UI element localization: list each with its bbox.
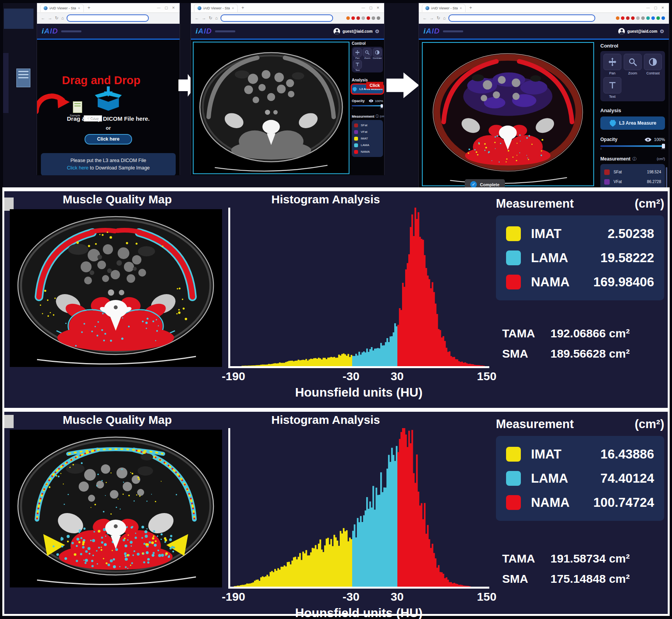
ct-viewer[interactable]	[193, 42, 349, 174]
avatar[interactable]	[333, 28, 340, 35]
nama-swatch	[506, 495, 521, 510]
forward-icon[interactable]: →	[430, 16, 434, 20]
sma-total: SMA 189.56628 cm²	[502, 347, 630, 360]
reload-icon[interactable]: ↻	[55, 16, 58, 20]
desktop-dicom-file-icon[interactable]	[16, 69, 30, 87]
account-area: guest@iaid.com ⚙	[618, 28, 664, 35]
legend-row-lama: LAMA 74.40124	[506, 466, 654, 490]
hist-title: Histogram Analysis	[217, 413, 435, 427]
tab-title: iAID Viewer - Sta	[431, 6, 458, 10]
legend-row-vfat: VFat	[354, 129, 381, 135]
legend-scrollbar[interactable]	[666, 167, 667, 188]
note-text: Please put the L3 area DICOM File	[71, 158, 146, 163]
tool-pan[interactable]: Pan	[603, 54, 621, 75]
info-icon[interactable]: ⓘ	[376, 114, 379, 118]
window-buttons[interactable]: — ▢ ✕	[362, 6, 381, 10]
back-icon[interactable]: ←	[41, 16, 45, 20]
ct-image-segmented	[423, 43, 593, 185]
vfat-swatch	[604, 179, 610, 185]
muscle-quality-map	[10, 430, 222, 587]
back-icon[interactable]: ←	[423, 16, 427, 20]
gear-icon[interactable]: ⚙	[375, 28, 379, 34]
account-email: guest@iaid.com	[627, 29, 657, 34]
url-bar[interactable]	[448, 14, 595, 22]
url-bar[interactable]	[220, 14, 333, 22]
measurement-header: Measurement (cm²)	[496, 197, 664, 211]
eye-icon	[644, 138, 652, 142]
window-buttons[interactable]: — ▢ ✕	[646, 6, 666, 10]
measurement-header: Measurement ⓘ (cm²)	[352, 114, 383, 118]
app-header: iAID	[37, 24, 180, 40]
opacity-slider[interactable]	[600, 145, 665, 147]
click-annotation: Click	[366, 82, 383, 89]
new-tab-icon[interactable]: +	[242, 5, 244, 11]
slider-thumb[interactable]	[662, 144, 665, 148]
new-tab-icon[interactable]: +	[469, 5, 472, 11]
info-icon[interactable]: ⓘ	[632, 156, 636, 162]
legend-row-vfat: VFat 86.2728	[604, 177, 661, 187]
tool-zoom[interactable]: Zoom	[363, 48, 372, 59]
opacity-label: Opacity	[600, 137, 617, 142]
l3-area-measure-button[interactable]: L3 Area Measure	[600, 116, 665, 130]
download-sample-link[interactable]: Click here	[67, 165, 89, 171]
avatar[interactable]	[618, 28, 625, 35]
pan-icon	[353, 48, 362, 57]
click-here-button[interactable]: Click here	[85, 134, 132, 145]
browser-tab[interactable]: iAID Viewer - Sta ×	[40, 4, 84, 12]
slider-thumb[interactable]	[381, 104, 383, 108]
tool-contrast[interactable]: Contrast	[644, 54, 662, 75]
map-title: Muscle Quality Map	[16, 413, 219, 427]
opacity-slider[interactable]	[352, 105, 383, 106]
legend-row-nama: NAMA 100.74724	[506, 490, 654, 515]
tab-close-icon[interactable]: ×	[460, 6, 462, 10]
complete-toast: ✓ Complete	[465, 179, 505, 188]
browser-tabbar: iAID Viewer - Sta × + — ▢ ✕	[419, 3, 669, 13]
muscle-quality-map	[10, 209, 222, 367]
imat-swatch	[354, 137, 358, 141]
ct-viewer[interactable]	[422, 42, 594, 186]
tab-close-icon[interactable]: ×	[232, 6, 234, 10]
tama-total: TAMA 192.06866 cm²	[502, 327, 630, 340]
iaid-logo: iAID	[42, 27, 58, 35]
drop-box-icon	[93, 86, 123, 111]
window-buttons[interactable]: — ▢ ✕	[157, 6, 176, 10]
histogram-bars	[234, 428, 471, 587]
tool-pan[interactable]: Pan	[353, 48, 362, 59]
opacity-label: Opacity	[352, 99, 365, 103]
legend-row-imat: IMAT 2.50238	[506, 222, 654, 246]
reload-icon[interactable]: ↻	[209, 16, 212, 20]
browser-tab[interactable]: iAID Viewer - Sta ×	[422, 4, 466, 12]
reload-icon[interactable]: ↻	[437, 16, 440, 20]
measurement-legend: IMAT 16.43886 LAMA 74.40124 NAMA 100.747…	[496, 436, 664, 521]
measurement-legend: IMAT 2.50238 LAMA 19.58222 NAMA 169.9840…	[496, 215, 664, 300]
url-bar[interactable]	[67, 14, 149, 22]
analysis-panel-2: Muscle Quality Map	[4, 412, 668, 614]
new-tab-icon[interactable]: +	[88, 5, 90, 11]
home-icon[interactable]: ⌂	[61, 16, 64, 20]
lama-swatch	[354, 143, 358, 147]
tool-zoom[interactable]: Zoom	[623, 54, 642, 75]
logo-subtitle-mark	[215, 30, 235, 32]
eye-icon	[369, 99, 374, 102]
unit-label: (cm²)	[380, 115, 384, 118]
sfat-swatch	[354, 123, 358, 127]
unit-label: (cm²)	[635, 417, 664, 431]
extension-icons[interactable]	[616, 16, 665, 20]
gear-icon[interactable]: ⚙	[660, 28, 664, 34]
home-icon[interactable]: ⌂	[215, 16, 218, 20]
tool-text[interactable]: Text	[353, 60, 362, 71]
browser-tab[interactable]: iAID Viewer - Sta ×	[194, 4, 238, 12]
tool-text[interactable]: Text	[603, 77, 621, 99]
tool-contrast[interactable]: Contrast	[373, 48, 382, 59]
sample-note: Please put the L3 area DICOM File Click …	[41, 153, 176, 175]
tab-close-icon[interactable]: ×	[78, 6, 80, 10]
home-icon[interactable]: ⌂	[443, 16, 446, 20]
legend-panel: SFat 198.524 VFat 86.2728 IMAT 9.65358	[600, 164, 665, 188]
legend-row-imat: IMAT	[354, 135, 381, 142]
forward-icon[interactable]: →	[48, 16, 52, 20]
extension-icons[interactable]	[346, 16, 380, 20]
text-icon	[353, 60, 362, 69]
dicom-dropzone[interactable]: Drag & Drop DICOM File here. or Click he…	[37, 86, 180, 175]
back-icon[interactable]: ←	[195, 16, 199, 20]
forward-icon[interactable]: →	[202, 16, 206, 20]
